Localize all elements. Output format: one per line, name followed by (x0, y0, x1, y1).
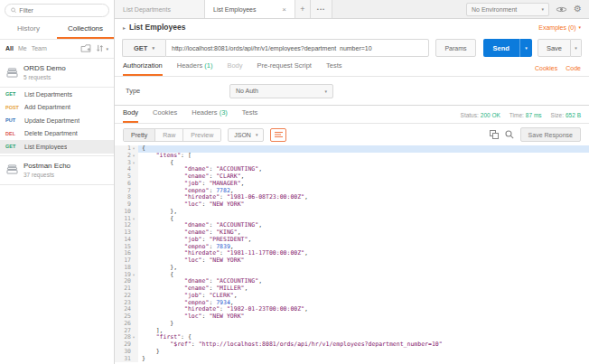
save-button[interactable]: Save (538, 39, 571, 57)
time-badge: Time:87 ms (510, 112, 542, 118)
close-icon[interactable]: × (282, 5, 286, 14)
tab-authorization[interactable]: Authorization (123, 61, 163, 76)
collection-postman-echo[interactable]: Postman Echo 37 requests (0, 155, 114, 185)
tab-collections[interactable]: Collections (57, 21, 114, 39)
line-number: 5 (115, 173, 138, 181)
save-options-button[interactable]: ▾ (571, 39, 582, 57)
sidebar: History Collections All Me Team ▾ ORDS D… (0, 0, 115, 364)
gear-icon[interactable]: ⚙ (574, 5, 582, 14)
save-button-group: Save ▾ (538, 39, 582, 57)
scope-team[interactable]: Team (32, 45, 47, 51)
sidebar-item-update-department[interactable]: PUT Update Department (0, 114, 114, 127)
wrap-lines-icon[interactable] (270, 128, 286, 142)
save-response-button[interactable]: Save Response (520, 127, 581, 142)
tab-response-cookies[interactable]: Cookies (153, 108, 177, 123)
tab-tests[interactable]: Tests (326, 61, 342, 76)
new-tab-button[interactable]: + (295, 0, 311, 18)
collapse-triangle-icon[interactable]: ▸ (123, 24, 126, 31)
request-label: List Departments (24, 91, 72, 98)
tab-list-departments[interactable]: List Departments (115, 0, 205, 18)
tab-label: List Departments (123, 6, 171, 13)
filter-wrap (0, 0, 114, 21)
method-select[interactable]: GET ▾ (122, 39, 165, 57)
send-button-group: Send ▾ (483, 39, 532, 57)
code-link[interactable]: Code (566, 65, 581, 71)
fold-caret-icon[interactable]: ▾ (131, 272, 136, 279)
postman-app: History Collections All Me Team ▾ ORDS D… (0, 0, 589, 364)
fold-caret-icon[interactable]: ▾ (131, 153, 136, 160)
url-row: GET ▾ Params Send ▾ Save ▾ (115, 35, 589, 59)
code-line: 31} (115, 356, 589, 363)
line-number: 31 (115, 356, 138, 363)
sidebar-item-list-departments[interactable]: GET List Departments (0, 88, 114, 101)
line-number: 8 (115, 194, 138, 201)
fold-caret-icon[interactable]: ▾ (131, 160, 136, 167)
response-body-viewer[interactable]: 1▾{2▾ "items": [3▾ {4 "dname": "ACCOUNTI… (115, 145, 589, 364)
code-text: } (138, 356, 589, 363)
tab-prerequest-script[interactable]: Pre-request Script (257, 61, 312, 76)
code-line: 25 "loc": "NEW YORK" (115, 313, 589, 321)
environment-area: No Environment ▾ ⚙ (466, 0, 589, 18)
fold-caret-icon[interactable]: ▾ (131, 334, 136, 341)
code-text: } (138, 321, 589, 328)
environment-select[interactable]: No Environment ▾ (466, 3, 549, 16)
code-text: } (138, 349, 589, 356)
pretty-button[interactable]: Pretty (124, 129, 155, 141)
tab-history[interactable]: History (0, 21, 57, 39)
examples-dropdown[interactable]: Examples (0) ▾ (538, 24, 581, 31)
tab-menu-button[interactable]: ••• (311, 0, 332, 18)
tab-response-headers[interactable]: Headers (3) (192, 108, 228, 123)
code-text: }, (138, 209, 589, 216)
new-collection-icon[interactable] (80, 44, 91, 52)
method-badge: PUT (5, 117, 21, 123)
filter-input[interactable] (19, 7, 103, 14)
auth-type-label: Type (126, 87, 229, 95)
sidebar-item-list-employees[interactable]: GET List Employees (0, 140, 114, 154)
chevron-down-icon: ▾ (152, 45, 154, 51)
tab-label: List Employees (213, 6, 256, 13)
auth-type-select[interactable]: No Auth ▾ (229, 84, 333, 98)
tab-response-body[interactable]: Body (123, 108, 138, 123)
tab-headers[interactable]: Headers (1) (177, 61, 213, 76)
tab-list-employees[interactable]: List Employees × (205, 0, 295, 18)
collection-ords-demo[interactable]: ORDS Demo 5 requests (0, 59, 114, 88)
url-input[interactable] (165, 39, 429, 57)
language-value: JSON (234, 132, 251, 138)
request-list: GET List Departments POST Add Department… (0, 88, 114, 154)
raw-button[interactable]: Raw (155, 129, 183, 141)
code-text: "$ref": "http://localhost:8081/ords/api/… (138, 341, 589, 349)
copy-icon[interactable] (490, 130, 499, 139)
collection-name: Postman Echo (23, 162, 70, 170)
send-button[interactable]: Send (483, 39, 519, 57)
line-number: 3▾ (115, 160, 138, 167)
sidebar-item-delete-department[interactable]: DEL Delete Department (0, 127, 114, 141)
status-badge: Status:200 OK (461, 112, 500, 118)
sort-icon[interactable]: ▾ (96, 44, 108, 52)
send-options-button[interactable]: ▾ (519, 39, 532, 57)
search-response-icon[interactable] (505, 130, 514, 139)
code-text: "items": [ (138, 153, 589, 160)
scope-me[interactable]: Me (18, 45, 27, 51)
environment-preview-icon[interactable] (556, 5, 567, 14)
response-tabs-row: Body Cookies Headers (3) Tests Status:20… (115, 106, 589, 124)
filter-box[interactable] (5, 4, 109, 17)
code-line: 29 "$ref": "http://localhost:8081/ords/a… (115, 341, 589, 349)
collection-icon (6, 68, 18, 78)
method-value: GET (134, 44, 147, 52)
code-line: 17 "loc": "NEW YORK" (115, 257, 589, 265)
main-panel: List Departments List Employees × + ••• … (115, 0, 589, 364)
fold-caret-icon[interactable]: ▾ (131, 216, 136, 223)
tab-response-tests[interactable]: Tests (242, 108, 258, 123)
language-select[interactable]: JSON ▾ (228, 128, 264, 142)
tab-body[interactable]: Body (227, 61, 242, 76)
chevron-down-icon: ▾ (578, 24, 581, 30)
method-badge: DEL (5, 131, 21, 136)
preview-button[interactable]: Preview (183, 129, 220, 141)
authorization-panel: Type No Auth ▾ (115, 77, 589, 106)
cookies-link[interactable]: Cookies (535, 65, 557, 71)
sidebar-item-add-department[interactable]: POST Add Department (0, 101, 114, 115)
fold-caret-icon[interactable]: ▾ (131, 145, 136, 153)
params-button[interactable]: Params (435, 39, 475, 57)
scope-all[interactable]: All (5, 45, 14, 51)
code-line: 2▾ "items": [ (115, 153, 589, 160)
